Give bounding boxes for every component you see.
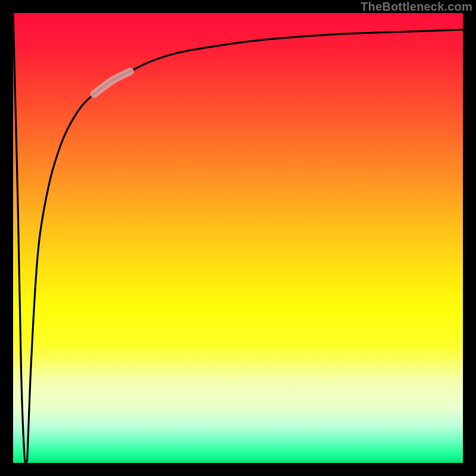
chart-container: TheBottleneck.com <box>0 0 476 476</box>
plot-background-gradient <box>13 13 463 463</box>
watermark-text: TheBottleneck.com <box>361 0 472 14</box>
